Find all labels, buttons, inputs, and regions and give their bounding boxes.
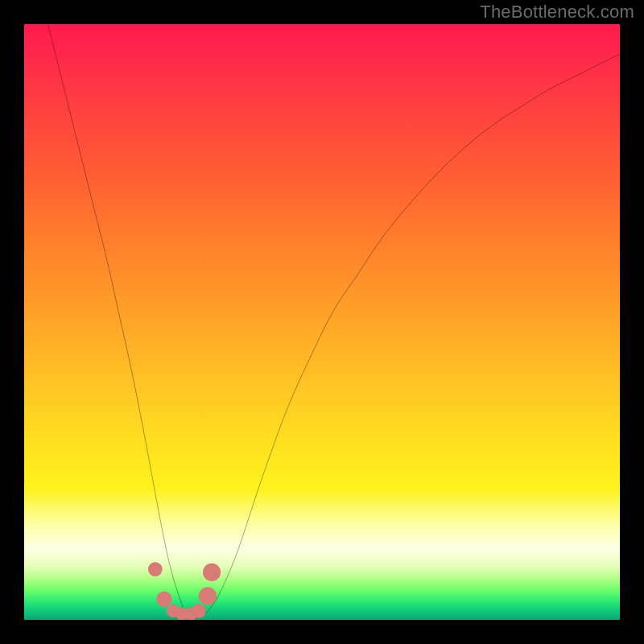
bottleneck-curve <box>48 24 620 617</box>
data-marker <box>148 562 163 576</box>
watermark-text: TheBottleneck.com <box>480 2 634 23</box>
curve-group <box>48 24 620 617</box>
data-marker <box>192 604 206 618</box>
data-markers <box>148 562 221 620</box>
plot-area <box>24 24 620 620</box>
data-marker <box>199 587 217 605</box>
chart-svg <box>24 24 620 620</box>
data-marker <box>203 564 221 581</box>
data-marker <box>156 591 171 606</box>
chart-frame: TheBottleneck.com <box>0 0 644 644</box>
